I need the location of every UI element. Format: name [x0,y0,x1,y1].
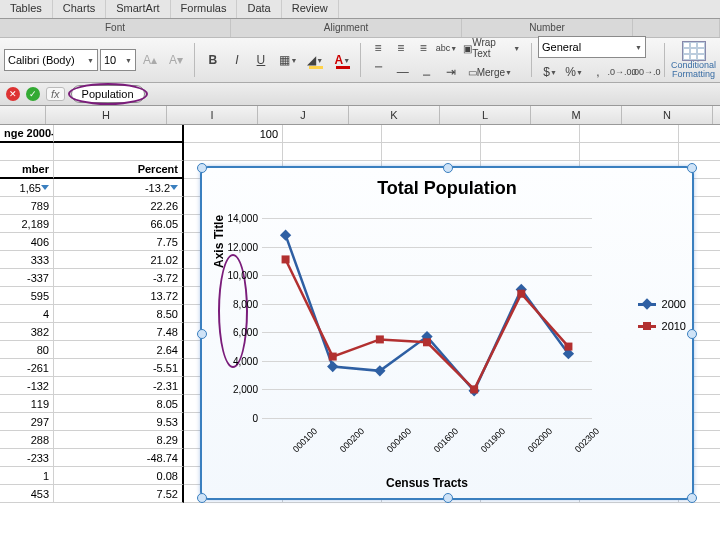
cell[interactable] [184,143,283,161]
comma-button[interactable]: , [586,60,610,84]
font-size-select[interactable]: 10▼ [100,49,136,71]
col-j[interactable]: J [258,106,349,124]
align-top-button[interactable]: ⎺ [367,60,391,84]
cell-percent[interactable]: 2.64 [54,341,184,359]
cell-percent[interactable]: 8.29 [54,431,184,449]
italic-button[interactable]: I [225,48,249,72]
increase-font-button[interactable]: A▴ [138,48,162,72]
align-center-button[interactable]: ≡ [389,36,412,60]
underline-button[interactable]: U [249,48,273,72]
cell-number[interactable]: -337 [0,269,54,287]
number-format-select[interactable]: General▼ [538,36,646,58]
resize-handle[interactable] [443,493,453,503]
currency-button[interactable]: $▼ [538,60,562,84]
cell-number[interactable]: 297 [0,413,54,431]
cell-number[interactable]: 333 [0,251,54,269]
col-g-partial[interactable] [0,106,46,124]
cell-percent[interactable]: 8.05 [54,395,184,413]
borders-button[interactable]: ▦▼ [277,48,300,72]
resize-handle[interactable] [443,163,453,173]
formula-input[interactable]: Population [71,85,145,103]
col-l[interactable]: L [440,106,531,124]
chart-title[interactable]: Total Population [202,178,692,199]
x-axis-title[interactable]: Census Tracts [262,476,592,490]
increase-decimal-button[interactable]: .0→.00 [610,60,634,84]
cell-percent[interactable]: 7.48 [54,323,184,341]
bold-button[interactable]: B [201,48,225,72]
cell-number[interactable]: -233 [0,449,54,467]
cell-percent[interactable]: 9.53 [54,413,184,431]
cell[interactable] [679,143,720,161]
wrap-text-button[interactable]: ▣ Wrap Text▼ [458,36,525,60]
cell-number[interactable]: 453 [0,485,54,503]
cell[interactable] [283,143,382,161]
resize-handle[interactable] [197,329,207,339]
tab-formulas[interactable]: Formulas [171,0,238,18]
font-name-select[interactable]: Calibri (Body)▼ [4,49,98,71]
cell-i-first[interactable]: 100 [184,125,283,143]
accept-button[interactable]: ✓ [26,87,40,101]
cell-number[interactable]: 1,65 [0,179,54,197]
align-right-button[interactable]: ≡ [412,36,435,60]
resize-handle[interactable] [687,329,697,339]
decrease-decimal-button[interactable]: .00→.0 [634,60,658,84]
col-i[interactable]: I [167,106,258,124]
cell-number[interactable]: 4 [0,305,54,323]
cell[interactable] [580,143,679,161]
align-left-button[interactable]: ≡ [367,36,390,60]
title-cell-g[interactable]: nge 2000-2010 [0,125,54,143]
title-cell-h[interactable] [54,125,184,143]
tab-charts[interactable]: Charts [53,0,106,18]
font-color-button[interactable]: A▼ [331,48,354,72]
cell-number[interactable]: 2,189 [0,215,54,233]
cell-percent[interactable]: 21.02 [54,251,184,269]
cell-number[interactable]: 789 [0,197,54,215]
cell[interactable] [382,143,481,161]
percent-button[interactable]: %▼ [562,60,586,84]
header-number[interactable]: mber [0,161,54,179]
tab-review[interactable]: Review [282,0,339,18]
cell-percent[interactable]: -2.31 [54,377,184,395]
col-h[interactable]: H [46,106,167,124]
plot-area[interactable]: 02,0004,0006,0008,00010,00012,00014,0000… [262,218,592,418]
tab-data[interactable]: Data [237,0,281,18]
cell[interactable] [0,143,54,161]
worksheet[interactable]: H I J K L M N nge 2000-2010 100 mber Per… [0,106,720,540]
merge-button[interactable]: ▭ Merge▼ [463,60,517,84]
orientation-button[interactable]: abc▼ [435,36,458,60]
cell-percent[interactable]: 8.50 [54,305,184,323]
cell-number[interactable]: 1 [0,467,54,485]
cell-number[interactable]: 382 [0,323,54,341]
cell-percent[interactable]: -3.72 [54,269,184,287]
resize-handle[interactable] [687,163,697,173]
chart-legend[interactable]: 2000 2010 [638,298,686,342]
cell-number[interactable]: -132 [0,377,54,395]
col-m[interactable]: M [531,106,622,124]
cell-number[interactable]: 80 [0,341,54,359]
cell-percent[interactable]: 0.08 [54,467,184,485]
tab-smartart[interactable]: SmartArt [106,0,170,18]
conditional-formatting-button[interactable]: Conditional Formatting [671,41,716,79]
chart-object[interactable]: Total Population Axis Title 02,0004,0006… [200,166,694,500]
resize-handle[interactable] [197,493,207,503]
fill-color-button[interactable]: ◢▼ [304,48,327,72]
cell-number[interactable]: 595 [0,287,54,305]
cell[interactable] [580,125,679,143]
cell[interactable] [283,125,382,143]
cell[interactable] [481,125,580,143]
cell[interactable] [54,143,184,161]
header-percent[interactable]: Percent [54,161,184,179]
cell-percent[interactable]: 13.72 [54,287,184,305]
resize-handle[interactable] [197,163,207,173]
cell-percent[interactable]: 22.26 [54,197,184,215]
cell-number[interactable]: 119 [0,395,54,413]
cell-number[interactable]: 288 [0,431,54,449]
cell-number[interactable]: -261 [0,359,54,377]
cell[interactable] [679,125,720,143]
indent-button[interactable]: ⇥ [439,60,463,84]
align-bottom-button[interactable]: ⎽ [415,60,439,84]
cell-percent[interactable]: 66.05 [54,215,184,233]
cell[interactable] [481,143,580,161]
cancel-button[interactable]: ✕ [6,87,20,101]
decrease-font-button[interactable]: A▾ [164,48,188,72]
